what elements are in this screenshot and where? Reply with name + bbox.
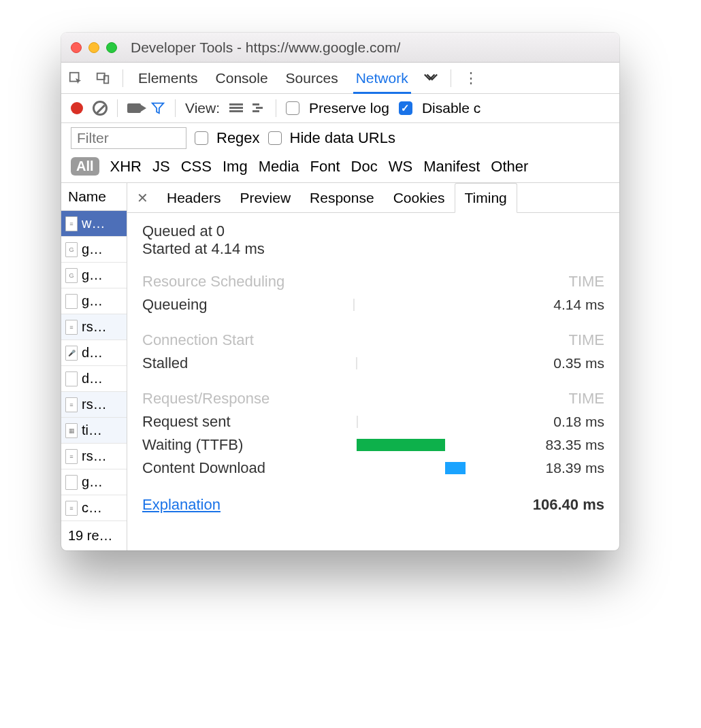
type-filter-doc[interactable]: Doc xyxy=(351,158,378,176)
timing-panel: Queued at 0 Started at 4.14 ms Resource … xyxy=(127,213,619,529)
toggle-device-icon[interactable] xyxy=(95,71,110,86)
clear-icon[interactable] xyxy=(93,101,108,116)
doc-icon: ≡ xyxy=(65,501,78,516)
request-row[interactable]: Gg… xyxy=(61,237,127,263)
started-at-text: Started at 4.14 ms xyxy=(142,240,604,258)
request-row[interactable]: g… xyxy=(61,288,127,314)
close-window-button[interactable] xyxy=(71,42,82,53)
detail-tabs: ✕ Headers Preview Response Cookies Timin… xyxy=(127,183,619,213)
queued-at-text: Queued at 0 xyxy=(142,222,604,240)
type-filter-ws[interactable]: WS xyxy=(389,158,412,176)
type-filter-css[interactable]: CSS xyxy=(181,158,212,176)
request-row[interactable]: ≡c… xyxy=(61,495,127,521)
record-button[interactable] xyxy=(71,102,83,114)
request-name: rs… xyxy=(82,448,107,464)
disable-cache-label: Disable c xyxy=(422,100,480,116)
divider xyxy=(451,69,451,87)
large-rows-icon[interactable] xyxy=(229,103,243,113)
more-tabs-icon[interactable] xyxy=(423,73,438,84)
request-name: c… xyxy=(82,500,102,516)
request-name: d… xyxy=(82,345,103,361)
request-row[interactable]: Gg… xyxy=(61,263,127,288)
titlebar: Developer Tools - https://www.google.com… xyxy=(61,33,619,63)
preserve-log-checkbox[interactable] xyxy=(286,101,299,115)
window-controls xyxy=(71,42,117,53)
type-filter-img[interactable]: Img xyxy=(223,158,248,176)
request-row[interactable]: 🎤d… xyxy=(61,340,127,366)
tab-elements[interactable]: Elements xyxy=(135,63,201,93)
type-filter-xhr[interactable]: XHR xyxy=(110,158,142,176)
filter-input[interactable] xyxy=(71,127,186,149)
timing-value: 4.14 ms xyxy=(483,297,604,313)
regex-checkbox[interactable] xyxy=(195,131,208,145)
settings-kebab-icon[interactable]: ⋮ xyxy=(463,69,479,87)
time-column-header: TIME xyxy=(568,331,604,349)
type-filter-manifest[interactable]: Manifest xyxy=(423,158,480,176)
minimize-window-button[interactable] xyxy=(88,42,99,53)
request-name: g… xyxy=(82,474,103,490)
divider xyxy=(276,99,276,117)
preserve-log-label: Preserve log xyxy=(309,100,389,116)
request-name: d… xyxy=(82,371,103,386)
request-row[interactable]: ≡rs… xyxy=(61,444,127,469)
timing-bar xyxy=(353,460,483,476)
tab-network[interactable]: Network xyxy=(353,64,411,94)
view-label: View: xyxy=(185,100,220,116)
detail-tab-preview[interactable]: Preview xyxy=(230,183,300,213)
request-name: w… xyxy=(82,216,105,231)
timing-label: Queueing xyxy=(142,296,353,314)
detail-tab-cookies[interactable]: Cookies xyxy=(384,183,455,213)
request-row[interactable]: g… xyxy=(61,469,127,495)
type-filter-media[interactable]: Media xyxy=(259,158,299,176)
timing-label: Waiting (TTFB) xyxy=(142,436,353,454)
request-row[interactable]: ≡rs… xyxy=(61,392,127,418)
timing-section-header: Connection StartTIME xyxy=(142,331,604,349)
request-row[interactable]: ▦ti… xyxy=(61,418,127,444)
tab-console[interactable]: Console xyxy=(213,63,271,93)
timing-section-header: Request/ResponseTIME xyxy=(142,390,604,408)
close-detail-icon[interactable]: ✕ xyxy=(127,190,157,206)
explanation-link[interactable]: Explanation xyxy=(142,496,221,514)
type-filter-font[interactable]: Font xyxy=(310,158,340,176)
doc-icon: ≡ xyxy=(65,449,78,464)
inspect-element-icon[interactable] xyxy=(68,71,83,86)
timing-bar xyxy=(353,355,483,371)
mic-icon: 🎤 xyxy=(65,346,78,361)
name-column-header[interactable]: Name xyxy=(61,183,127,211)
request-row[interactable]: ≡rs… xyxy=(61,314,127,340)
section-title: Resource Scheduling xyxy=(142,273,284,291)
timing-row: Request sent0.18 ms xyxy=(142,410,604,433)
timing-section-header: Resource SchedulingTIME xyxy=(142,273,604,291)
main-tabs: Elements Console Sources Network ⋮ xyxy=(61,63,619,94)
zoom-window-button[interactable] xyxy=(106,42,117,53)
grid-icon: ▦ xyxy=(65,423,78,438)
tab-sources[interactable]: Sources xyxy=(283,63,341,93)
timing-bar xyxy=(353,437,483,453)
waterfall-view-icon[interactable] xyxy=(252,103,266,113)
request-name: rs… xyxy=(82,319,107,335)
timing-label: Request sent xyxy=(142,413,353,431)
request-row[interactable]: d… xyxy=(61,366,127,392)
request-row[interactable]: ≡w… xyxy=(61,211,127,237)
time-column-header: TIME xyxy=(568,273,604,291)
request-name: rs… xyxy=(82,397,107,412)
timing-bar xyxy=(353,297,483,313)
section-title: Request/Response xyxy=(142,390,270,408)
detail-tab-headers[interactable]: Headers xyxy=(157,183,230,213)
type-filter-all[interactable]: All xyxy=(71,157,99,176)
type-filter-other[interactable]: Other xyxy=(491,158,528,176)
screenshot-icon[interactable] xyxy=(127,103,141,113)
divider xyxy=(123,69,123,87)
type-filter-row: All XHR JS CSS Img Media Font Doc WS Man… xyxy=(61,153,619,183)
timing-row: Content Download18.39 ms xyxy=(142,457,604,480)
type-filter-js[interactable]: JS xyxy=(152,158,170,176)
hide-data-urls-checkbox[interactable] xyxy=(268,131,282,145)
disable-cache-checkbox[interactable]: ✓ xyxy=(399,101,412,115)
google-icon: G xyxy=(65,242,78,257)
filter-toggle-icon[interactable] xyxy=(150,101,165,116)
detail-tab-response[interactable]: Response xyxy=(300,183,384,213)
request-name: g… xyxy=(82,293,103,309)
section-title: Connection Start xyxy=(142,331,254,349)
detail-tab-timing[interactable]: Timing xyxy=(455,183,517,213)
time-column-header: TIME xyxy=(568,390,604,408)
